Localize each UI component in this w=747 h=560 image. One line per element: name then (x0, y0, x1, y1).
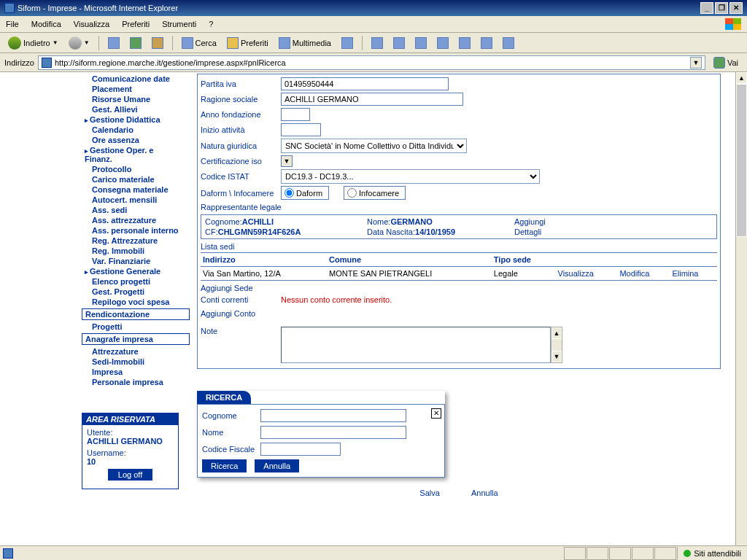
page-scrollbar[interactable]: ▲ ▼ (735, 72, 747, 560)
daform-radio[interactable] (285, 188, 294, 198)
address-input[interactable] (55, 58, 690, 67)
nav-item[interactable]: Repilogo voci spesa (82, 297, 190, 307)
nav-item[interactable]: Var. Finanziarie (82, 256, 190, 266)
nav-gestione-oper[interactable]: Gestione Oper. e Finanz. (82, 145, 169, 164)
media-button[interactable]: Multimedia (275, 35, 335, 51)
ricerca-cognome-input[interactable] (260, 409, 406, 422)
rappresentante-aggiungi[interactable]: Aggiungi (514, 217, 558, 226)
menu-modifica[interactable]: Modifica (31, 20, 61, 28)
edit-button[interactable] (411, 35, 430, 51)
partita-iva-input[interactable] (281, 77, 449, 90)
nav-item[interactable]: Ass. sedi (82, 205, 190, 215)
menu-visualizza[interactable]: Visualizza (74, 20, 109, 28)
print-button[interactable] (390, 35, 409, 51)
extra1-button[interactable] (477, 35, 496, 51)
ricerca-cf-input[interactable] (260, 443, 341, 456)
nav-item[interactable]: Personale impresa (82, 377, 190, 387)
nav-item[interactable]: Comunicazione date (82, 74, 190, 84)
menu-file[interactable]: File (6, 20, 19, 28)
nav-rendicontazione[interactable]: Rendicontazione (82, 308, 190, 320)
natura-giuridica-select[interactable]: SNC Società' in Nome Collettivo o Ditta … (281, 139, 467, 153)
favorites-button[interactable]: Preferiti (223, 35, 272, 51)
mail-button[interactable] (368, 35, 387, 51)
codice-istat-select[interactable]: DC19.3 - DC19.3... (281, 169, 540, 184)
nav-item[interactable]: Sedi-Immobili (82, 357, 190, 367)
discuss-button[interactable] (433, 35, 452, 51)
nav-item[interactable]: Consegna materiale (82, 184, 190, 195)
minimize-button[interactable]: _ (700, 2, 713, 14)
status-cell (609, 547, 631, 560)
conti-label: Conti correnti (201, 295, 281, 304)
status-bar: Siti attendibili (0, 545, 747, 560)
window-titlebar: Siform - Imprese - Microsoft Internet Ex… (0, 0, 747, 16)
ie-icon (4, 3, 15, 13)
history-button[interactable] (338, 35, 357, 51)
home-button[interactable] (148, 35, 167, 51)
scroll-thumb[interactable] (736, 84, 747, 237)
menu-preferiti[interactable]: Preferiti (122, 20, 150, 28)
restore-button[interactable]: ❐ (715, 2, 728, 14)
nav-item[interactable]: Ass. personale interno (82, 225, 190, 236)
ricerca-nome-input[interactable] (260, 426, 406, 439)
menu-help[interactable]: ? (209, 20, 213, 28)
nav-item[interactable]: Risorse Umane (82, 94, 190, 104)
ricerca-close-icon[interactable]: ✕ (431, 408, 441, 419)
nav-item[interactable]: Gest. Allievi (82, 104, 190, 114)
nav-item[interactable]: Progetti (82, 322, 190, 332)
sede-modifica[interactable]: Modifica (617, 267, 670, 281)
media-icon (279, 37, 290, 49)
trusted-icon (684, 550, 691, 557)
footer-annulla[interactable]: Annulla (471, 489, 498, 497)
inizio-attivita-input[interactable] (281, 123, 321, 136)
scroll-up-icon[interactable]: ▲ (736, 72, 747, 84)
sede-visualizza[interactable]: Visualizza (556, 267, 618, 281)
forward-button[interactable]: ▼ (65, 34, 93, 52)
nav-item[interactable]: Autocert. mensili (82, 195, 190, 205)
status-zone[interactable]: Siti attendibili (677, 547, 747, 560)
nav-item[interactable]: Reg. Attrezzature (82, 236, 190, 246)
nav-item[interactable]: Gest. Progetti (82, 287, 190, 297)
nav-item[interactable]: Placement (82, 84, 190, 94)
nav-item[interactable]: Elenco progetti (82, 276, 190, 287)
sede-elimina[interactable]: Elimina (670, 267, 717, 281)
ricerca-cognome-label: Cognome (202, 411, 260, 420)
toolbar: Indietro ▼ ▼ Cerca Preferiti Multimedia (0, 33, 747, 53)
refresh-button[interactable] (126, 35, 145, 51)
go-button[interactable]: Vai (709, 55, 743, 70)
ricerca-annulla-button[interactable]: Annulla (255, 459, 299, 472)
nav-item[interactable]: Impresa (82, 367, 190, 377)
menu-strumenti[interactable]: Strumenti (162, 20, 196, 28)
stop-button[interactable] (104, 35, 123, 51)
nav-item[interactable]: Reg. Immobili (82, 246, 190, 256)
ricerca-button[interactable]: Ricerca (202, 459, 247, 472)
nav-item[interactable]: Attrezzature (82, 346, 190, 357)
aggiungi-sede[interactable]: Aggiungi Sede (201, 284, 253, 292)
nav-item[interactable]: Protocollo (82, 164, 190, 174)
nav-gestione-didattica[interactable]: Gestione Didattica (82, 114, 190, 125)
aggiungi-conto[interactable]: Aggiungi Conto (201, 309, 255, 318)
nav-item[interactable]: Ore assenza (82, 135, 190, 145)
infocamere-radio[interactable] (347, 188, 357, 198)
rappresentante-dettagli[interactable]: Dettagli (514, 228, 558, 236)
back-button[interactable]: Indietro ▼ (4, 34, 62, 52)
extra2-button[interactable] (499, 35, 518, 51)
note-textarea[interactable] (281, 327, 551, 363)
ragione-sociale-input[interactable] (281, 93, 463, 106)
nav-item[interactable]: Carico materiale (82, 174, 190, 184)
certificazione-iso-dropdown[interactable]: ▼ (281, 155, 293, 167)
anno-fondazione-input[interactable] (281, 108, 310, 121)
logoff-button[interactable]: Log off (108, 469, 152, 481)
search-button[interactable]: Cerca (178, 35, 220, 51)
codice-istat-label: Codice ISTAT (201, 172, 281, 181)
address-dropdown-icon[interactable]: ▼ (690, 57, 702, 69)
footer-salva[interactable]: Salva (419, 489, 440, 497)
nav-item[interactable]: Ass. attrezzature (82, 215, 190, 225)
address-bar: Indirizzo ▼ Vai (0, 53, 747, 72)
nav-gestione-generale[interactable]: Gestione Generale (82, 266, 190, 276)
nav-item[interactable]: Calendario (82, 125, 190, 135)
close-button[interactable]: ✕ (729, 2, 743, 14)
nav-anagrafe-impresa[interactable]: Anagrafe impresa (82, 333, 190, 345)
rappresentante-box: Cognome:ACHILLI Nome:GERMANO Aggiungi CF… (201, 214, 717, 239)
messenger-button[interactable] (455, 35, 474, 51)
note-scrollbar[interactable]: ▲▼ (551, 327, 562, 363)
